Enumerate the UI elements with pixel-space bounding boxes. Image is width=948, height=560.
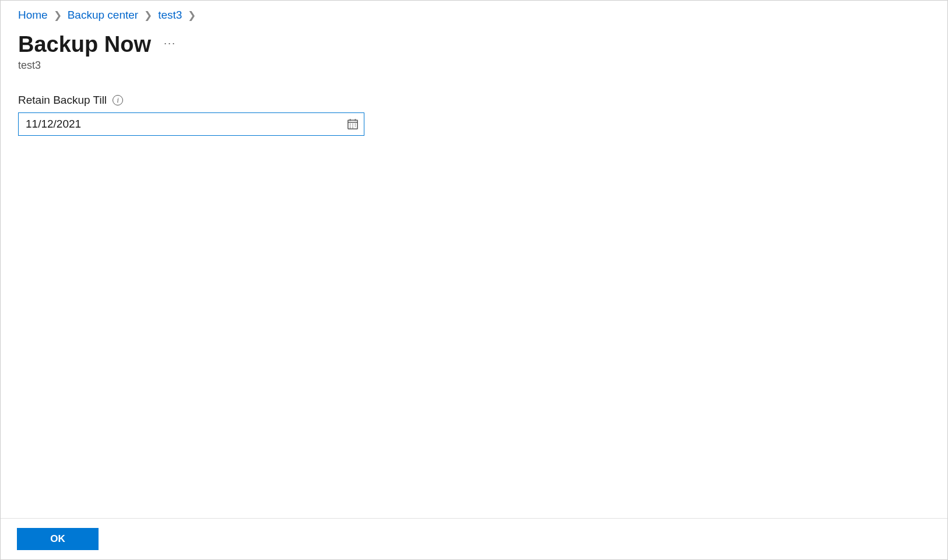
page-header: Backup Now ··· test3 [1, 25, 947, 72]
footer: OK [1, 518, 947, 559]
ok-button[interactable]: OK [17, 528, 99, 550]
chevron-right-icon: ❯ [144, 9, 152, 22]
form-area: Retain Backup Till i [1, 72, 947, 136]
chevron-right-icon: ❯ [54, 9, 62, 22]
breadcrumb-link-backup-center[interactable]: Backup center [68, 9, 138, 22]
chevron-right-icon: ❯ [188, 9, 196, 22]
page-title: Backup Now [18, 32, 151, 57]
date-input-wrapper [18, 112, 364, 136]
breadcrumb-link-test3[interactable]: test3 [158, 9, 182, 22]
retain-backup-till-input[interactable] [18, 112, 364, 136]
info-icon[interactable]: i [113, 95, 123, 105]
more-actions-button[interactable]: ··· [164, 37, 176, 52]
page-subtitle: test3 [18, 59, 930, 72]
retain-backup-till-label: Retain Backup Till [18, 94, 107, 107]
breadcrumb: Home ❯ Backup center ❯ test3 ❯ [1, 1, 947, 25]
calendar-icon[interactable] [347, 118, 359, 130]
breadcrumb-link-home[interactable]: Home [18, 9, 48, 22]
